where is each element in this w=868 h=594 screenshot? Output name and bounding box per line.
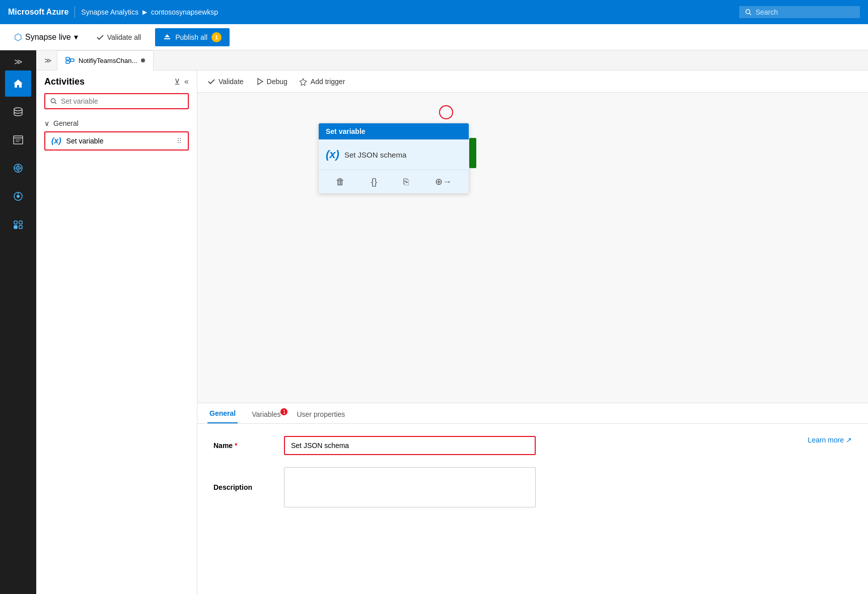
tab-variables-label: Variables: [252, 410, 280, 418]
workspace-row: Activities ⊻ « ∨ Gener: [36, 70, 868, 594]
name-label: Name *: [213, 441, 274, 450]
activities-search-box[interactable]: [44, 93, 189, 109]
breadcrumb-synapse[interactable]: Synapse Analytics: [81, 8, 138, 16]
card-code-icon[interactable]: {}: [367, 175, 381, 189]
card-delete-icon[interactable]: 🗑: [332, 175, 349, 189]
main-toolbar: ⬡ Synapse live ▾ Validate all Publish al…: [0, 24, 868, 50]
svg-point-27: [51, 99, 55, 103]
search-bar[interactable]: [739, 6, 860, 18]
search-icon: [745, 9, 752, 16]
svg-rect-2: [164, 38, 170, 39]
publish-badge: 1: [211, 32, 222, 42]
expand-icon[interactable]: «: [184, 77, 189, 87]
form-area: Learn more ↗ Name *: [197, 424, 868, 594]
general-section: ∨ General (x) Set variable ⠿: [36, 115, 197, 155]
activities-header: Activities ⊻ «: [36, 70, 197, 93]
general-collapse-icon: ∨: [44, 119, 49, 127]
synapse-live-label: Synapse live: [25, 33, 71, 42]
svg-line-1: [750, 13, 751, 15]
svg-rect-20: [19, 226, 22, 229]
pipeline-tab[interactable]: NotifiyTeamsChan...: [57, 50, 154, 70]
collapse-icon[interactable]: ⊻: [174, 77, 180, 87]
learn-more-link[interactable]: Learn more ↗: [808, 436, 852, 444]
sidebar-item-integrate[interactable]: [5, 155, 31, 181]
svg-point-15: [17, 195, 20, 198]
publish-icon: [163, 33, 171, 41]
debug-button[interactable]: Debug: [256, 78, 287, 86]
activities-title: Activities: [44, 77, 85, 87]
pipeline-toolbar: Validate Debug Add trigger: [197, 70, 868, 93]
develop-icon: [13, 134, 24, 145]
sidebar-expand-button[interactable]: ≫: [5, 54, 31, 68]
integrate-icon: [13, 163, 24, 174]
data-icon: [13, 106, 24, 117]
add-trigger-label: Add trigger: [311, 78, 345, 86]
add-trigger-button[interactable]: Add trigger: [300, 78, 345, 86]
card-header: Set variable: [319, 123, 469, 139]
synapse-icon: ⬡: [14, 32, 22, 43]
sidebar-item-data[interactable]: [5, 99, 31, 125]
name-input[interactable]: [286, 438, 534, 453]
svg-rect-23: [70, 59, 74, 61]
sidebar-item-home[interactable]: [5, 70, 31, 97]
search-input[interactable]: [756, 8, 854, 16]
breadcrumb-workspace[interactable]: contososynapsewksp: [151, 8, 218, 16]
activities-search-icon: [50, 98, 57, 105]
set-variable-activity-item[interactable]: (x) Set variable ⠿: [44, 131, 189, 151]
validate-all-button[interactable]: Validate all: [92, 30, 145, 44]
learn-more-icon: ↗: [846, 436, 852, 444]
tab-general[interactable]: General: [207, 403, 238, 423]
publish-all-label: Publish all: [175, 33, 207, 41]
synapse-live-dropdown[interactable]: ⬡ Synapse live ▾: [10, 29, 82, 46]
learn-more-text: Learn more: [808, 436, 844, 444]
publish-all-button[interactable]: Publish all 1: [155, 28, 230, 46]
sidebar-item-monitor[interactable]: [5, 183, 31, 209]
debug-icon: [256, 78, 264, 86]
card-navigate-icon[interactable]: ⊕→: [431, 174, 456, 189]
home-icon: [13, 78, 24, 89]
breadcrumb: Synapse Analytics ▶ contososynapsewksp: [81, 8, 218, 16]
general-section-header[interactable]: ∨ General: [44, 119, 189, 127]
tab-expand-button[interactable]: ≫: [40, 54, 56, 66]
validate-pipeline-icon: [207, 78, 215, 86]
card-actions: 🗑 {} ⎘ ⊕→: [319, 170, 469, 193]
description-input[interactable]: [284, 467, 536, 507]
drag-handle[interactable]: ⠿: [177, 137, 182, 145]
pipeline-tab-name: NotifiyTeamsChan...: [79, 57, 137, 64]
pipeline-canvas[interactable]: Set variable (x) Set JSON schema 🗑 {} ⎘ …: [197, 93, 868, 403]
activity-variable-icon: (x): [51, 136, 61, 145]
svg-marker-4: [14, 80, 23, 88]
validate-icon: [96, 33, 104, 41]
activity-label: Set variable: [66, 137, 104, 145]
card-copy-icon[interactable]: ⎘: [399, 175, 413, 189]
card-activity-name: Set JSON schema: [344, 151, 406, 159]
description-form-row: Description: [213, 467, 852, 507]
top-navigation: Microsoft Azure Synapse Analytics ▶ cont…: [0, 0, 868, 24]
tab-variables[interactable]: Variables 1: [250, 404, 282, 423]
tab-unsaved-indicator: [141, 58, 145, 62]
svg-rect-17: [14, 221, 17, 224]
brand-title: Microsoft Azure: [8, 8, 68, 17]
activity-output-handle[interactable]: [469, 138, 476, 168]
add-trigger-icon: [300, 78, 308, 86]
monitor-icon: [13, 191, 24, 202]
tab-general-label: General: [209, 409, 236, 417]
general-label: General: [53, 119, 79, 127]
breadcrumb-arrow: ▶: [142, 9, 147, 16]
canvas-bottom-container: Validate Debug Add trigger: [197, 70, 868, 594]
manage-icon: [13, 219, 24, 230]
synapse-dropdown-arrow: ▾: [74, 32, 78, 42]
debug-label: Debug: [267, 78, 287, 86]
activities-search-input[interactable]: [61, 97, 183, 105]
set-variable-card[interactable]: Set variable (x) Set JSON schema 🗑 {} ⎘ …: [318, 123, 469, 194]
name-input-wrapper: [284, 436, 536, 455]
validate-button[interactable]: Validate: [207, 78, 244, 86]
tab-user-properties-label: User properties: [297, 410, 345, 418]
svg-line-28: [55, 102, 56, 104]
bottom-tab-bar: General Variables 1 User properties: [197, 403, 868, 424]
sidebar-item-manage[interactable]: [5, 211, 31, 238]
tab-variables-badge: 1: [280, 408, 287, 415]
tab-user-properties[interactable]: User properties: [295, 404, 347, 423]
start-trigger-circle[interactable]: [439, 105, 453, 119]
sidebar-item-develop[interactable]: [5, 127, 31, 153]
